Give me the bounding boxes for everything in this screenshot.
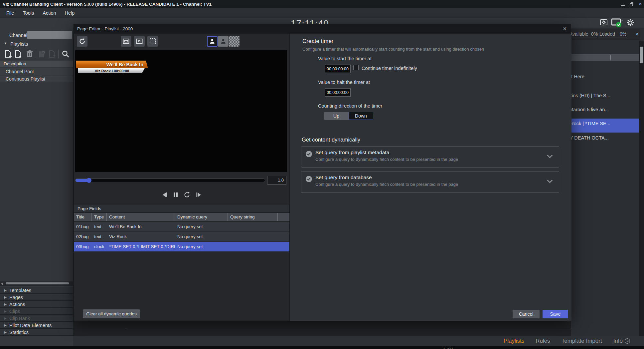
title-area-icon	[123, 38, 129, 45]
direction-down-button[interactable]: Down	[349, 112, 373, 120]
delete-playlist-icon[interactable]	[26, 50, 34, 58]
bounding-box-icon	[149, 38, 156, 45]
import-playlist-icon[interactable]	[14, 50, 22, 58]
caret-right-icon: ▶	[4, 329, 7, 336]
dialog-titlebar: Page Editor - Playlist - 2000 ✕	[74, 24, 571, 34]
settings-gear-icon[interactable]	[627, 19, 634, 26]
tab-info[interactable]: Info i	[613, 338, 630, 344]
cancel-button[interactable]: Cancel	[513, 310, 540, 318]
playout-status-icon[interactable]	[611, 18, 623, 28]
menu-tools[interactable]: Tools	[19, 9, 38, 17]
loaded-value: 0%	[620, 31, 626, 37]
scrollbar-thumb[interactable]	[640, 47, 643, 63]
direction-up-button[interactable]: Up	[324, 112, 349, 120]
scrub-slider[interactable]	[75, 178, 265, 182]
description-column-header[interactable]: Description	[0, 61, 73, 67]
col-title[interactable]: Title	[74, 213, 92, 221]
scroll-left-icon[interactable]	[1, 282, 3, 285]
bottom-strip	[0, 346, 644, 349]
continue-indefinitely-label: Continue timer indefinitely	[362, 66, 417, 71]
caret-right-icon: ▶	[4, 315, 7, 322]
save-button[interactable]: Save	[543, 310, 568, 318]
playlists-section-header[interactable]: ▼ Playlists	[0, 41, 73, 48]
person-icon	[209, 38, 215, 44]
view-title-area-button[interactable]	[121, 36, 131, 47]
caret-right-icon: ▶	[4, 294, 7, 301]
pause-button[interactable]	[173, 192, 178, 197]
create-timer-heading: Create timer	[302, 38, 334, 45]
menu-action[interactable]: Action	[39, 9, 60, 17]
sidebar-section-clips: ▶Clips	[0, 308, 73, 315]
preview-alpha-button[interactable]	[229, 36, 240, 47]
chevron-down-icon[interactable]	[547, 179, 553, 183]
tab-playlists[interactable]: Playlists	[504, 338, 524, 344]
scrub-value[interactable]: 1.8	[267, 176, 286, 184]
dialog-close-icon[interactable]: ✕	[563, 26, 567, 31]
application-window: Viz Channel Branding Client - version 5.…	[0, 0, 644, 349]
page-field-row[interactable]: 01bug text We'll Be Back In No query set	[74, 222, 289, 231]
loop-button[interactable]	[184, 191, 190, 198]
window-title: Viz Channel Branding Client - version 5.…	[0, 2, 212, 7]
close-status-icon[interactable]: ✕	[635, 31, 639, 37]
restore-icon[interactable]	[630, 2, 633, 6]
local-preview-settings-icon[interactable]	[600, 19, 608, 27]
close-icon[interactable]: ✕	[639, 2, 642, 6]
search-icon[interactable]	[62, 50, 70, 58]
sidebar-section-pages[interactable]: ▶Pages	[0, 294, 73, 301]
playlist-vertical-scrollbar[interactable]	[639, 41, 644, 336]
start-value-label: Value to start the timer at	[318, 56, 372, 61]
scrollbar-thumb[interactable]	[6, 282, 69, 284]
sidebar-section-statistics[interactable]: ▶Statistics	[0, 329, 73, 336]
preview-key-button[interactable]	[218, 36, 229, 47]
slider-thumb[interactable]	[86, 178, 91, 183]
export-playlist-icon	[48, 50, 56, 58]
halt-value-label: Value to halt the timer at	[318, 80, 370, 85]
minimize-icon[interactable]	[621, 1, 625, 7]
channel-input[interactable]	[27, 31, 72, 39]
new-playlist-icon[interactable]	[4, 50, 12, 58]
sidebar-section-clip-bank: ▶Clip Bank	[0, 315, 73, 322]
clear-dynamic-queries-button[interactable]: Clear all dynamic queries	[83, 309, 140, 318]
view-bounding-box-button[interactable]	[147, 36, 158, 47]
step-forward-button[interactable]	[196, 192, 202, 197]
window-titlebar: Viz Channel Branding Client - version 5.…	[0, 0, 644, 8]
info-icon: i	[625, 338, 630, 344]
page-field-row[interactable]: 02bug text Viz Rock No query set	[74, 232, 289, 241]
tab-rules[interactable]: Rules	[536, 338, 550, 344]
col-type[interactable]: Type	[92, 213, 107, 221]
window-controls: ✕	[621, 0, 642, 8]
preview-canvas: We'll Be Back In Viz Rock I 00:00:00	[75, 50, 287, 172]
playlist-row-channel-pool[interactable]: Channel Pool	[0, 68, 73, 75]
key-area-icon	[136, 38, 143, 45]
continue-indefinitely-checkbox[interactable]	[353, 65, 359, 70]
sidebar-section-pilot-data[interactable]: ▶Pilot Data Elements	[0, 322, 73, 329]
menu-file[interactable]: File	[3, 9, 18, 17]
playlist-list-empty-area	[0, 82, 73, 281]
sidebar-section-actions[interactable]: ▶Actions	[0, 301, 73, 308]
dialog-title: Page Editor - Playlist - 2000	[77, 26, 133, 31]
chevron-down-icon[interactable]	[547, 155, 553, 158]
check-circle-icon	[306, 176, 312, 182]
create-timer-description: Configure a timer that will automaticall…	[302, 47, 484, 52]
col-dynamic-query[interactable]: Dynamic query	[175, 213, 228, 221]
preview-rgb-button[interactable]	[207, 36, 218, 47]
halt-value-input[interactable]	[325, 88, 351, 97]
available-label: Available	[569, 31, 588, 37]
view-key-area-button[interactable]	[134, 36, 145, 47]
col-query-string[interactable]: Query string	[228, 213, 278, 221]
refresh-preview-button[interactable]	[77, 36, 87, 47]
caret-right-icon: ▶	[4, 301, 7, 308]
caret-right-icon: ▶	[4, 322, 7, 329]
menu-help[interactable]: Help	[61, 9, 79, 17]
sidebar-section-templates[interactable]: ▶Templates	[0, 287, 73, 294]
database-query-card[interactable]: Set query from database Configure a quer…	[301, 171, 559, 193]
playlist-metadata-query-card[interactable]: Set query from playlist metadata Configu…	[301, 146, 559, 168]
playlist-row-continuous[interactable]: Continuous Playlist	[0, 76, 73, 83]
sidebar-horizontal-scrollbar[interactable]	[0, 281, 73, 286]
page-field-row-selected[interactable]: 03bug clock *TIME SET 0,*LIMIT SET 0,*DI…	[74, 242, 289, 251]
col-content[interactable]: Content	[107, 213, 175, 221]
page-fields-column-header: Title Type Content Dynamic query Query s…	[74, 213, 289, 221]
step-back-button[interactable]	[162, 192, 168, 197]
tab-template-import[interactable]: Template Import	[562, 338, 602, 344]
start-value-input[interactable]	[325, 65, 351, 73]
